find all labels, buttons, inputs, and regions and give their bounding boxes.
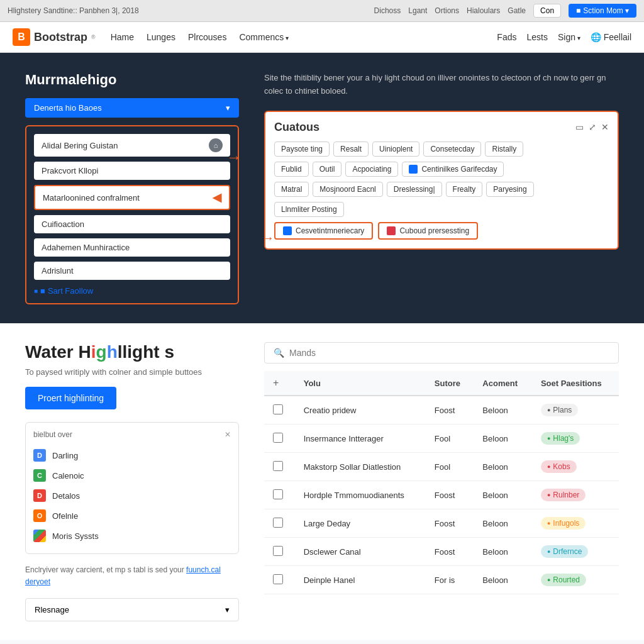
nav-lgant[interactable]: Lgant — [408, 6, 427, 15]
tag-llnmliter[interactable]: Llnmliter Posting — [274, 202, 344, 217]
tag-outil[interactable]: Outil — [313, 162, 342, 177]
table-row: Hordple Tmmomuodianents Foost Beloon Rul… — [264, 481, 619, 509]
hero-desc: Site the thitiblity bener your a hiy lig… — [264, 72, 619, 98]
app-item-ofelnle[interactable]: O Ofelnle — [33, 506, 231, 526]
app-icon-detalos: D — [33, 489, 46, 502]
row-checkbox-5[interactable] — [273, 546, 283, 556]
tag-frealty[interactable]: Frealty — [446, 182, 483, 197]
panel-item-2-highlighted[interactable]: Matarloonined confralment ◀ — [34, 185, 230, 210]
nav-lests[interactable]: Lests — [526, 32, 547, 42]
panel-item-3[interactable]: Cuifioaction — [34, 215, 230, 233]
nav-fads[interactable]: Fads — [497, 32, 516, 42]
browser-bar: Hlighstery Sandtine:: Panbhen 3|, 2018 D… — [0, 0, 644, 22]
panel-link[interactable]: ■ Sart Faollow — [34, 286, 230, 296]
app-icon-calenoic: C — [33, 469, 46, 482]
footer-link-2[interactable]: deryoet — [25, 577, 50, 586]
tag-centinilkes[interactable]: Centinilkes Garifecday — [402, 162, 504, 177]
nav-sign[interactable]: Sign — [558, 32, 580, 42]
add-row-button[interactable]: + — [273, 377, 279, 389]
app-item-moris[interactable]: Moris Syssts — [33, 526, 231, 546]
row-checkbox-3[interactable] — [273, 489, 283, 499]
panel-item-5[interactable]: Adrislunt — [34, 262, 230, 280]
nav-plrcouses[interactable]: Plrcouses — [188, 32, 226, 42]
row-checkbox-cell[interactable] — [264, 453, 295, 481]
brand-icon: B — [13, 28, 30, 46]
row-checkbox-4[interactable] — [273, 518, 283, 528]
con-button[interactable]: Con — [533, 4, 561, 18]
app-name-moris: Moris Syssts — [52, 531, 99, 541]
row-checkbox-cell[interactable] — [264, 396, 295, 425]
row-acoment-5: Beloon — [474, 538, 532, 566]
footer-link-1[interactable]: fuunch.cal — [186, 565, 221, 574]
row-checkbox-cell[interactable] — [264, 481, 295, 509]
panel-item-4[interactable]: Adahemen Munhiractice — [34, 238, 230, 257]
close-icon[interactable]: ✕ — [601, 122, 609, 132]
app-icon-darling: D — [33, 449, 46, 462]
search-input[interactable] — [289, 348, 609, 358]
row-sutore-1: Fool — [426, 425, 474, 453]
row-acoment-1: Beloon — [474, 425, 532, 453]
tag-consetecday[interactable]: Consetecday — [423, 142, 481, 157]
minimize-icon[interactable]: ▭ — [575, 122, 584, 132]
col-yolu: Yolu — [295, 371, 426, 396]
right-panel-actions: ▭ ⤢ ✕ — [575, 122, 609, 132]
footer-text: Enclryiver way carcient, et mp s tabl is… — [25, 564, 239, 588]
brand[interactable]: B Bootstrap ® — [13, 28, 96, 46]
app-item-detalos[interactable]: D Detalos — [33, 486, 231, 506]
nav-feellail[interactable]: 🌐 Feellail — [591, 32, 631, 42]
row-name-2: Makstorp Sollar Diatlestion — [295, 453, 426, 481]
tag-paryesing[interactable]: Paryesing — [486, 182, 533, 197]
highlighted-tags: Cesvetintmneriecary Cuboud prersessting — [274, 222, 609, 240]
row-checkbox-cell[interactable] — [264, 566, 295, 594]
row-sutore-6: For is — [426, 566, 474, 594]
tag-fublid[interactable]: Fublid — [274, 162, 309, 177]
panel-item-0[interactable]: Alidal Bering Guistan ⌂ — [34, 134, 230, 157]
nav-gatle[interactable]: Gatle — [508, 6, 526, 15]
app-icon-ofelnle: O — [33, 509, 46, 522]
tag-matral[interactable]: Matral — [274, 182, 309, 197]
tag-cesvetint[interactable]: Cesvetintmneriecary — [274, 222, 373, 240]
tag-dreslessing[interactable]: Dreslessing| — [387, 182, 442, 197]
panel-item-1[interactable]: Prakcvort Kllopi — [34, 162, 230, 180]
nav-dichoss[interactable]: Dichoss — [374, 6, 401, 15]
action-button[interactable]: ■ Sction Mom ▾ — [569, 4, 636, 18]
row-checkbox-cell[interactable] — [264, 509, 295, 538]
nav-lunges[interactable]: Lunges — [147, 32, 175, 42]
row-badge-1: Hlag's — [532, 425, 619, 453]
tag-ristally[interactable]: Ristally — [485, 142, 523, 157]
hero-dropdown[interactable]: Denerta hio Baoes ▾ — [25, 98, 239, 118]
navbar: B Bootstrap ® Hame Lunges Plrcouses Comm… — [0, 22, 644, 53]
app-list-close-icon[interactable]: ✕ — [225, 430, 231, 439]
tag-mosjnoord[interactable]: Mosjnoord Eacnl — [313, 182, 382, 197]
row-checkbox-cell[interactable] — [264, 425, 295, 453]
table-row: Insermance Intterager Fool Beloon Hlag's — [264, 425, 619, 453]
app-item-darling[interactable]: D Darling — [33, 445, 231, 465]
bottom-dropdown[interactable]: Rlesnage ▾ — [25, 598, 239, 621]
search-box[interactable]: 🔍 — [264, 342, 619, 364]
tag-resalt[interactable]: Resalt — [333, 142, 369, 157]
tag-uinioplent[interactable]: Uinioplent — [372, 142, 419, 157]
row-checkbox-2[interactable] — [273, 461, 283, 471]
bottom-dropdown-chevron: ▾ — [225, 605, 230, 614]
row-checkbox-1[interactable] — [273, 433, 283, 443]
row-badge-4: Infugols — [532, 509, 619, 538]
expand-icon[interactable]: ⤢ — [589, 122, 596, 132]
row-checkbox-6[interactable] — [273, 574, 283, 584]
tag-cuboud[interactable]: Cuboud prersessting — [378, 222, 478, 240]
tag-icon-blue — [409, 165, 418, 174]
panel-home-icon: ⌂ — [209, 138, 223, 152]
row-checkbox-cell[interactable] — [264, 538, 295, 566]
tag-paysote[interactable]: Paysote ting — [274, 142, 330, 157]
nav-commencs[interactable]: Commencs — [239, 32, 289, 42]
tag-icon-blue-2 — [283, 226, 292, 235]
row-checkbox-0[interactable] — [273, 404, 283, 414]
nav-hialoulars[interactable]: Hialoulars — [467, 6, 500, 15]
hero-right: Site the thitiblity bener your a hiy lig… — [264, 72, 619, 304]
app-item-calenoic[interactable]: C Calenoic — [33, 465, 231, 486]
panel-link-icon: ■ — [40, 286, 45, 296]
nav-ortions[interactable]: Ortions — [435, 6, 459, 15]
promo-button[interactable]: Proert highlinting — [25, 387, 116, 409]
hero-dropdown-label: Denerta hio Baoes — [34, 103, 102, 113]
nav-hame[interactable]: Hame — [111, 32, 134, 42]
tag-acpociating[interactable]: Acpociating — [345, 162, 398, 177]
